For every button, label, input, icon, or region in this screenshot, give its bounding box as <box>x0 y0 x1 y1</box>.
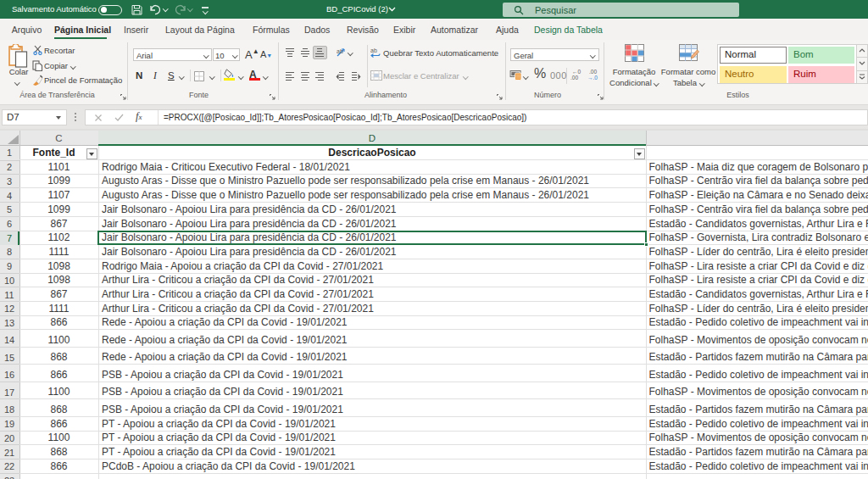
svg-text:.00: .00 <box>570 75 578 81</box>
svg-text:ab: ab <box>337 48 343 54</box>
svg-text:→.0: →.0 <box>587 75 598 81</box>
svg-text:ab: ab <box>370 47 377 53</box>
